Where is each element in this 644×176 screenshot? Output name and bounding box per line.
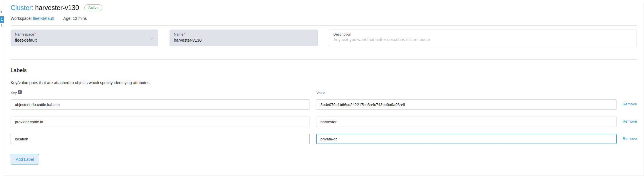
remove-label-link[interactable]: Remove (622, 119, 637, 123)
name-input-disabled: Name* harvester-v130 (170, 30, 318, 46)
right-border (643, 3, 643, 176)
namespace-label: Namespace* (11, 30, 158, 36)
sidebar-count: 1 (1, 23, 3, 27)
sidebar-divider (4, 3, 4, 173)
value-column-header: Value (316, 91, 325, 95)
resource-meta: Workspace: fleet-default Age: 12 mins (11, 16, 87, 21)
top-border (0, 1, 644, 1)
resource-name: harvester-v130 (35, 4, 79, 11)
add-label-button[interactable]: Add Label (11, 154, 39, 165)
labels-description: Key/value pairs that are attached to obj… (11, 80, 151, 85)
sidebar-item-selected[interactable]: 1 (0, 16, 4, 23)
namespace-value: fleet-default (11, 36, 158, 42)
status-badge: Active (84, 4, 102, 11)
cluster-edit-page: 0 1 1 Cluster:harvester-v130 Active Work… (0, 0, 644, 176)
remove-label-link[interactable]: Remove (622, 102, 637, 106)
resource-type-label: Cluster: (11, 4, 33, 11)
header-divider (11, 25, 637, 26)
workspace-link[interactable]: fleet-default (33, 16, 54, 21)
footer-top-border (4, 175, 644, 175)
info-tooltip-icon[interactable]: i (18, 90, 22, 94)
description-field[interactable]: Description (329, 30, 637, 46)
workspace-label: Workspace: (11, 16, 32, 21)
description-label: Description (329, 30, 637, 36)
age-label: Age: (63, 16, 72, 21)
sidebar-edge: 0 1 1 (0, 1, 4, 175)
name-value: harvester-v130 (170, 36, 318, 42)
label-key-input[interactable] (11, 134, 310, 144)
label-value-input[interactable] (316, 134, 617, 144)
label-value-input[interactable] (316, 99, 617, 110)
sidebar-count: 1 (1, 18, 3, 22)
label-key-input[interactable] (11, 117, 310, 127)
page-title: Cluster:harvester-v130 Active (11, 4, 102, 12)
namespace-select: Namespace* fleet-default (11, 30, 158, 46)
label-value-input[interactable] (316, 117, 617, 127)
name-label: Name* (170, 30, 318, 36)
labels-heading: Labels (11, 67, 27, 74)
label-key-input[interactable] (11, 99, 310, 110)
description-input[interactable] (333, 37, 633, 42)
age-value: 12 mins (73, 16, 87, 21)
required-asterisk: * (35, 32, 36, 36)
key-column-header: Keyi (11, 91, 22, 95)
required-asterisk: * (184, 32, 185, 36)
remove-label-link[interactable]: Remove (622, 136, 637, 141)
sidebar-count: 0 (0, 10, 2, 14)
section-divider (11, 59, 637, 60)
